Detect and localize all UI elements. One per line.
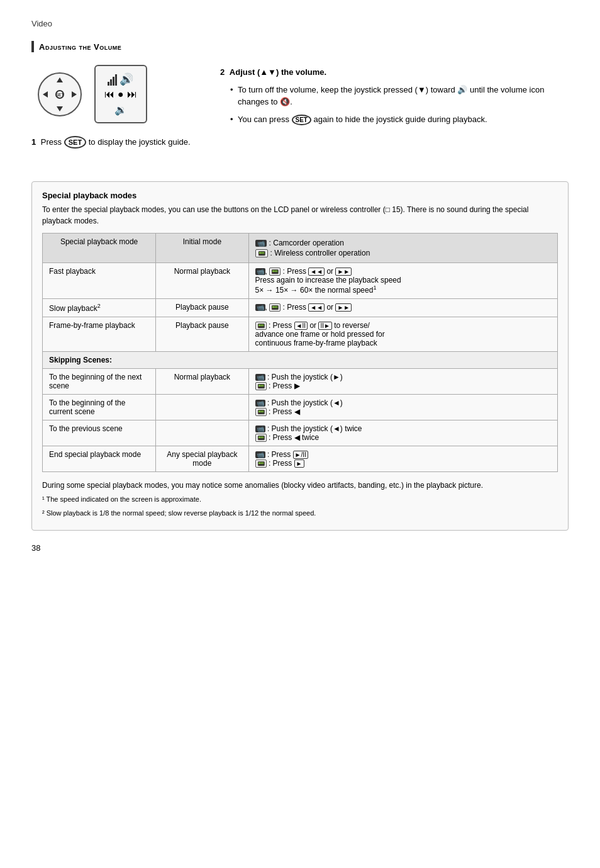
cell-prev-op: 📹 : Push the joystick (◄) twice 📟 : Pres…: [248, 420, 557, 446]
page-category: Video: [31, 19, 569, 28]
cell-current-initial: [156, 395, 248, 420]
step1: 1 Press SET to display the joystick guid…: [31, 136, 195, 149]
volume-down-icon: 🔉: [114, 104, 127, 116]
remote-top: 🔊: [108, 72, 133, 86]
remote-diagram: 🔊 ⏮ ● ⏭ 🔉: [94, 65, 147, 123]
set-button-inline: SET: [292, 115, 311, 125]
th-mode: Special playback mode: [43, 233, 156, 263]
cell-next-initial: Normal playback: [156, 369, 248, 395]
cam-icon-legend: 📹 : Camcorder operation: [255, 239, 344, 247]
cell-end-initial: Any special playback mode: [156, 446, 248, 472]
joystick-center: SET: [55, 90, 64, 99]
th-initial: Initial mode: [156, 233, 248, 263]
footnote-section: During some special playback modes, you …: [42, 480, 558, 519]
row-current-scene: To the beginning of the current scene 📹 …: [43, 395, 558, 420]
footnote-main: During some special playback modes, you …: [42, 480, 558, 492]
joystick-diagram: SET 🔊 ⏮ ● ⏭: [38, 65, 195, 123]
prev-btn-icon: ⏮: [104, 89, 114, 100]
cell-slow-mode: Slow playback2: [43, 299, 156, 317]
cell-end-op: 📹 : Press ►/II 📟 : Press ►: [248, 446, 557, 472]
footnote-2: ² Slow playback is 1/8 the normal speed;…: [42, 508, 558, 519]
cell-end-mode: End special playback mode: [43, 446, 156, 472]
volume-bars: [108, 73, 117, 86]
remote-controls: ⏮ ● ⏭: [104, 89, 137, 100]
wc-icon-legend: 📟 : Wireless controller operation: [255, 249, 370, 257]
cell-fast-mode: Fast playback: [43, 263, 156, 299]
row-slow-playback: Slow playback2 Playback pause 📹, 📟 : Pre…: [43, 299, 558, 317]
cell-slow-initial: Playback pause: [156, 299, 248, 317]
cell-fast-initial: Normal playback: [156, 263, 248, 299]
joystick-circle: SET: [38, 72, 82, 116]
cell-frame-mode: Frame-by-frame playback: [43, 317, 156, 352]
bullet-2: You can press SET again to hide the joys…: [230, 113, 569, 126]
row-end-special: End special playback mode Any special pl…: [43, 446, 558, 472]
cell-frame-initial: Playback pause: [156, 317, 248, 352]
special-playback-box: Special playback modes To enter the spec…: [31, 181, 569, 531]
cell-fast-op: 📹, 📟 : Press ◄◄ or ►► Press again to inc…: [248, 263, 557, 299]
speaker-icon: 🔊: [119, 72, 133, 86]
speaker-off-icon: 🔇: [280, 97, 290, 106]
step2-bullets: To turn off the volume, keep the joystic…: [220, 84, 569, 126]
footnote-1: ¹ The speed indicated on the screen is a…: [42, 494, 558, 505]
th-operation: 📹 : Camcorder operation 📟 : Wireless con…: [248, 233, 557, 263]
cell-current-mode: To the beginning of the current scene: [43, 395, 156, 420]
row-skipping-header: Skipping Scenes:: [43, 352, 558, 369]
cell-next-mode: To the beginning of the next scene: [43, 369, 156, 395]
special-box-intro: To enter the special playback modes, you…: [42, 204, 558, 227]
cell-next-op: 📹 : Push the joystick (►) 📟 : Press ▶: [248, 369, 557, 395]
cell-prev-mode: To the previous scene: [43, 420, 156, 446]
page-number: 38: [31, 543, 569, 553]
row-fast-playback: Fast playback Normal playback 📹, 📟 : Pre…: [43, 263, 558, 299]
set-button-label: SET: [64, 136, 86, 149]
row-frame-playback: Frame-by-frame playback Playback pause 📟…: [43, 317, 558, 352]
cell-slow-op: 📹, 📟 : Press ◄◄ or ►►: [248, 299, 557, 317]
bullet-1: To turn off the volume, keep the joystic…: [230, 84, 569, 108]
special-playback-table: Special playback mode Initial mode 📹 : C…: [42, 233, 558, 473]
cell-skipping-header: Skipping Scenes:: [43, 352, 558, 369]
next-btn-icon: ⏭: [127, 89, 137, 100]
speaker-on-icon: 🔊: [457, 85, 467, 94]
step2: 2 Adjust (▲▼) the volume. To turn off th…: [220, 66, 569, 125]
cell-current-op: 📹 : Push the joystick (◄) 📟 : Press ◀: [248, 395, 557, 420]
row-prev-scene: To the previous scene 📹 : Push the joyst…: [43, 420, 558, 446]
section-title-volume: Adjusting the Volume: [31, 41, 195, 52]
row-next-scene: To the beginning of the next scene Norma…: [43, 369, 558, 395]
center-dot: ●: [118, 89, 124, 100]
special-box-title: Special playback modes: [42, 191, 558, 200]
cell-frame-op: 📟 : Press ◄II or II► to reverse/advance …: [248, 317, 557, 352]
cell-prev-initial: [156, 420, 248, 446]
